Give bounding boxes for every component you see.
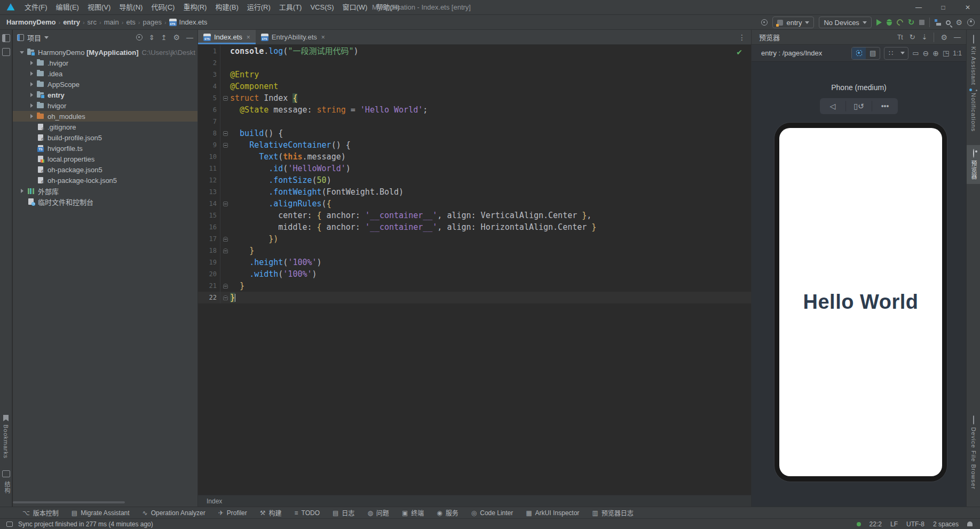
tree-row[interactable]: ◷临时文件和控制台 xyxy=(13,196,197,207)
tab-list-menu-icon[interactable]: ⋮ xyxy=(738,33,746,42)
layers-toggle[interactable]: ▤ xyxy=(866,47,880,59)
code-line[interactable]: 1console.log("一段测试用代码") xyxy=(198,45,751,57)
minimize-button[interactable]: — xyxy=(906,0,931,15)
tool-window-button[interactable]: ⌥版本控制 xyxy=(22,508,59,517)
menu-item[interactable]: 视图(V) xyxy=(83,3,115,11)
menu-item[interactable]: 运行(R) xyxy=(243,3,275,11)
tree-chevron[interactable] xyxy=(27,61,36,65)
fold-column[interactable] xyxy=(220,280,230,292)
tree-row[interactable]: .idea xyxy=(13,68,197,79)
breadcrumb-item[interactable]: src xyxy=(88,18,97,26)
file-encoding[interactable]: UTF-8 xyxy=(906,520,924,528)
project-structure-icon[interactable] xyxy=(935,19,941,26)
breadcrumb-item[interactable]: entry xyxy=(63,18,80,26)
more-options-button[interactable]: ••• xyxy=(872,98,898,114)
tab-close-icon[interactable]: × xyxy=(247,34,250,41)
text-size-icon[interactable]: Tt xyxy=(897,34,903,41)
profiler-button[interactable] xyxy=(895,18,904,27)
code-line[interactable]: 17 }) xyxy=(198,233,751,245)
tree-row[interactable]: 外部库 xyxy=(13,186,197,196)
code-line[interactable]: 14 .alignRules({ xyxy=(198,198,751,210)
tool-window-button[interactable]: ▥预览器日志 xyxy=(592,508,633,517)
previewer-settings-icon[interactable]: ⚙ xyxy=(941,34,947,41)
breadcrumb-item[interactable]: main xyxy=(104,18,119,26)
tab-close-icon[interactable]: × xyxy=(321,34,325,41)
folders-tool-icon[interactable] xyxy=(2,48,10,56)
structure-tool-button[interactable]: 结构 xyxy=(3,481,11,494)
tool-window-button[interactable]: ≡TODO xyxy=(295,509,320,517)
tool-window-button[interactable]: ▣终端 xyxy=(402,508,424,517)
tree-row[interactable]: AppScope xyxy=(13,79,197,90)
code-line[interactable]: 7 xyxy=(198,116,751,127)
zoom-in-icon[interactable]: ⊕ xyxy=(932,49,939,58)
tool-window-button[interactable]: ∿Operation Analyzer xyxy=(143,509,206,517)
menu-item[interactable]: VCS(S) xyxy=(306,3,338,11)
tree-chevron[interactable] xyxy=(27,82,36,86)
settings-gear-icon[interactable]: ⚙ xyxy=(955,19,962,26)
hide-panel-icon[interactable]: — xyxy=(186,34,193,42)
menu-item[interactable]: 构建(B) xyxy=(211,3,242,11)
device-select[interactable]: No Devices xyxy=(819,17,871,28)
tool-window-button[interactable]: ▤Migrate Assistant xyxy=(72,509,130,517)
plugin-download-icon[interactable]: ⇣ xyxy=(922,33,928,41)
breadcrumb-item[interactable]: ets xyxy=(126,18,135,26)
breadcrumb-item[interactable]: Index.ets xyxy=(169,18,208,26)
menu-item[interactable]: 工具(T) xyxy=(275,3,306,11)
debug-button[interactable] xyxy=(887,19,892,26)
line-ending[interactable]: LF xyxy=(890,520,898,528)
editor-breadcrumb-item[interactable]: Index xyxy=(207,498,222,505)
close-button[interactable]: ✕ xyxy=(955,0,980,15)
tool-window-button[interactable]: ◍问题 xyxy=(367,508,389,517)
tree-chevron[interactable] xyxy=(17,189,27,193)
tool-strip-button[interactable]: Notifications xyxy=(967,90,980,132)
tool-window-button[interactable]: ◉服务 xyxy=(437,508,459,517)
grid-view-button[interactable]: ∷ xyxy=(884,47,897,59)
code-line[interactable]: 3@Entry xyxy=(198,69,751,81)
refresh-icon[interactable]: ↻ xyxy=(910,33,915,41)
layout-icon[interactable] xyxy=(6,522,13,527)
tool-strip-button[interactable]: Device File Browser xyxy=(967,416,980,490)
menu-item[interactable]: 窗口(W) xyxy=(338,3,372,11)
tool-window-button[interactable]: ⚒构建 xyxy=(260,508,282,517)
tree-row[interactable]: hvigor xyxy=(13,100,197,111)
menu-item[interactable]: 重构(R) xyxy=(179,3,211,11)
select-opened-file-icon[interactable] xyxy=(136,34,143,41)
code-line[interactable]: 5struct Index { xyxy=(198,92,751,104)
zoom-out-icon[interactable]: ⊖ xyxy=(923,49,929,58)
frame-bounds-icon[interactable]: ▭ xyxy=(912,49,919,57)
fold-column[interactable] xyxy=(220,127,230,139)
code-line[interactable]: 10 Text(this.message) xyxy=(198,151,751,163)
run-button[interactable] xyxy=(876,19,882,26)
expand-all-icon[interactable]: ⇕ xyxy=(149,34,155,42)
tree-row[interactable]: entry xyxy=(13,90,197,100)
tool-window-button[interactable]: ◎Code Linter xyxy=(471,509,513,517)
phone-screen[interactable]: Hello World xyxy=(779,128,942,476)
tree-row[interactable]: oh_modules xyxy=(13,111,197,122)
code-line[interactable]: 22} xyxy=(198,292,751,303)
tree-chevron[interactable] xyxy=(27,114,36,118)
back-button[interactable]: ◁ xyxy=(820,98,845,114)
grid-dropdown[interactable] xyxy=(897,47,908,59)
breadcrumb-item[interactable]: pages xyxy=(143,18,162,26)
tree-chevron[interactable] xyxy=(17,51,27,54)
tool-strip-button[interactable]: 预览器 xyxy=(967,145,980,184)
fold-column[interactable] xyxy=(220,292,230,303)
tree-row[interactable]: ⚙oh-package-lock.json5 xyxy=(13,175,197,186)
indent-setting[interactable]: 2 spaces xyxy=(933,520,959,528)
code-line[interactable]: 9 RelativeContainer() { xyxy=(198,139,751,151)
project-panel-title[interactable]: 项目 xyxy=(27,33,41,43)
code-line[interactable]: 18 } xyxy=(198,245,751,257)
menu-item[interactable]: 代码(C) xyxy=(147,3,179,11)
fold-column[interactable] xyxy=(220,245,230,257)
bookmarks-tool-button[interactable]: Bookmarks xyxy=(3,424,9,459)
rotate-device-button[interactable]: ▯↺ xyxy=(846,98,872,114)
code-line[interactable]: 16 middle: { anchor: '__container__', al… xyxy=(198,221,751,233)
tree-row[interactable]: ⚙build-profile.json5 xyxy=(13,132,197,143)
tree-row[interactable]: .hvigor xyxy=(13,58,197,68)
menu-item[interactable]: 导航(N) xyxy=(115,3,147,11)
code-line[interactable]: 20 .width('100%') xyxy=(198,268,751,280)
fold-column[interactable] xyxy=(220,198,230,210)
menu-item[interactable]: 编辑(E) xyxy=(52,3,83,11)
project-tool-icon[interactable] xyxy=(2,34,10,42)
menu-item[interactable]: 文件(F) xyxy=(20,3,52,11)
